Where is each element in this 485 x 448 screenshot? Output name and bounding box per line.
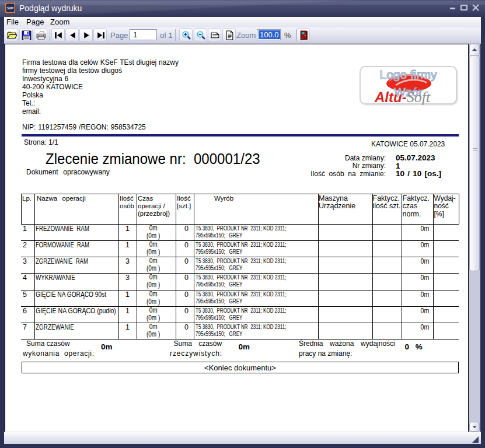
svg-text:SWP: SWP: [7, 6, 14, 10]
